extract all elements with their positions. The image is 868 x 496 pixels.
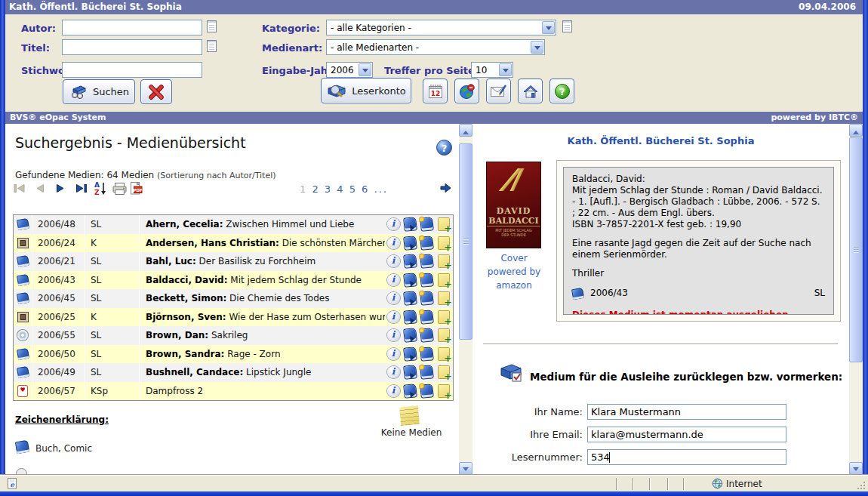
- info-icon[interactable]: [387, 255, 400, 267]
- reserve-icon[interactable]: [404, 366, 417, 379]
- eingabe-jahr-select[interactable]: 2006: [326, 62, 373, 78]
- leserkonto-button[interactable]: Leserkonto: [321, 78, 411, 103]
- help-circle-icon[interactable]: ?: [436, 139, 453, 156]
- chevron-down-icon[interactable]: [531, 41, 543, 54]
- treffer-select[interactable]: 10: [471, 62, 513, 78]
- info-icon[interactable]: [387, 311, 400, 323]
- add-note-icon[interactable]: [439, 311, 449, 323]
- medienart-select[interactable]: - alle Medienarten -: [326, 39, 545, 55]
- reserve-icon[interactable]: [404, 347, 417, 360]
- page-link-5[interactable]: 5: [349, 183, 357, 195]
- bookmark-icon[interactable]: [420, 273, 433, 286]
- autor-index-icon[interactable]: [207, 20, 217, 32]
- first-page-icon[interactable]: [13, 183, 26, 194]
- titel-input[interactable]: [62, 39, 202, 55]
- reserve-icon[interactable]: [404, 292, 417, 305]
- table-row[interactable]: 2006/50 SL Brown, Sandra: Rage - Zorn: [14, 345, 453, 364]
- reserve-icon[interactable]: [404, 310, 417, 323]
- scrollbar-thumb[interactable]: [849, 137, 863, 362]
- bookmark-icon[interactable]: [420, 255, 433, 268]
- kategorie-index-icon[interactable]: [562, 20, 572, 32]
- scroll-up-icon[interactable]: [849, 124, 863, 137]
- next-results-arrow-icon[interactable]: [439, 182, 452, 194]
- media-title[interactable]: Brown, Sandra: Rage - Zorn: [140, 349, 385, 359]
- reserve-icon[interactable]: [404, 273, 417, 286]
- name-input[interactable]: [587, 404, 786, 420]
- scrollbar-thumb[interactable]: [459, 143, 472, 340]
- add-note-icon[interactable]: [439, 218, 449, 230]
- table-row[interactable]: 2006/49 SL Bushnell, Candace: Lipstick J…: [14, 363, 453, 382]
- info-icon[interactable]: [387, 329, 400, 341]
- media-title[interactable]: Dampfross 2: [140, 386, 385, 396]
- scroll-down-icon[interactable]: [459, 462, 472, 475]
- add-note-icon[interactable]: [439, 237, 449, 249]
- page-link-3[interactable]: 3: [325, 183, 332, 195]
- calendar-button[interactable]: 12: [423, 79, 448, 103]
- right-scrollbar[interactable]: [849, 124, 863, 475]
- reserve-icon[interactable]: [404, 236, 417, 249]
- bookmark-icon[interactable]: [420, 292, 433, 305]
- home-button[interactable]: [518, 79, 543, 103]
- bookmark-icon[interactable]: [420, 366, 433, 379]
- table-row[interactable]: 2006/57 KSp Dampfross 2: [14, 382, 453, 401]
- media-title[interactable]: Brown, Dan: Sakrileg: [140, 330, 385, 340]
- reserve-icon[interactable]: [404, 218, 417, 231]
- email-input[interactable]: [587, 427, 786, 442]
- autor-input[interactable]: [62, 20, 202, 35]
- table-row[interactable]: 2006/24 K Andersen, Hans Christian: Die …: [14, 234, 453, 253]
- chevron-down-icon[interactable]: [499, 63, 512, 76]
- info-icon[interactable]: [387, 237, 400, 249]
- table-row[interactable]: 2006/21 SL Bahl, Luc: Der Basilisk zu Fo…: [14, 252, 453, 271]
- bookmark-icon[interactable]: [420, 329, 433, 342]
- media-title[interactable]: Björnson, Sven: Wie der Hase zum Osterha…: [140, 312, 385, 322]
- last-page-icon[interactable]: [75, 183, 88, 194]
- reserve-icon[interactable]: [404, 329, 417, 342]
- chevron-down-icon[interactable]: [359, 63, 371, 76]
- reserve-icon[interactable]: [404, 255, 417, 268]
- help-button[interactable]: ?: [549, 79, 574, 103]
- table-row[interactable]: 2006/55 SL Brown, Dan: Sakrileg: [14, 326, 453, 345]
- info-icon[interactable]: [387, 218, 400, 230]
- chevron-down-icon[interactable]: [542, 21, 555, 34]
- clear-button[interactable]: [140, 79, 172, 104]
- reserve-icon[interactable]: [404, 384, 417, 397]
- stichwort-input[interactable]: [62, 62, 202, 78]
- bookmark-icon[interactable]: [420, 236, 433, 249]
- add-note-icon[interactable]: [439, 366, 449, 378]
- internet-button[interactable]: [454, 79, 479, 103]
- table-row[interactable]: 2006/48 SL Ahern, Cecelia: Zwischen Himm…: [14, 215, 453, 234]
- info-icon[interactable]: [387, 385, 400, 397]
- media-title[interactable]: Bahl, Luc: Der Basilisk zu Forchheim: [140, 256, 385, 266]
- bookmark-icon[interactable]: [420, 347, 433, 360]
- bookmark-icon[interactable]: [420, 310, 433, 323]
- page-link-2[interactable]: 2: [312, 183, 319, 195]
- pdf-icon[interactable]: PDF: [130, 181, 143, 196]
- info-icon[interactable]: [387, 292, 400, 304]
- bookmark-icon[interactable]: [420, 218, 433, 231]
- bookmark-icon[interactable]: [420, 384, 433, 397]
- add-note-icon[interactable]: [439, 348, 449, 360]
- add-note-icon[interactable]: [439, 274, 449, 286]
- titel-index-icon[interactable]: [207, 40, 217, 52]
- lesernummer-input[interactable]: [587, 449, 786, 465]
- suchen-button[interactable]: Suchen: [63, 79, 135, 104]
- print-icon[interactable]: [112, 182, 128, 196]
- kategorie-select[interactable]: - alle Kategorien -: [326, 20, 556, 35]
- sort-az-icon[interactable]: A Z: [94, 180, 107, 196]
- info-icon[interactable]: [387, 348, 400, 360]
- media-title[interactable]: Beckett, Simon: Die Chemie des Todes: [140, 293, 385, 303]
- scroll-up-icon[interactable]: [459, 124, 472, 137]
- info-icon[interactable]: [387, 366, 400, 378]
- page-link-4[interactable]: 4: [337, 183, 344, 195]
- next-page-icon[interactable]: [55, 183, 66, 194]
- add-note-icon[interactable]: [439, 329, 449, 341]
- add-note-icon[interactable]: [439, 385, 449, 397]
- mail-button[interactable]: [486, 79, 511, 103]
- info-icon[interactable]: [387, 274, 400, 286]
- page-link-6[interactable]: 6: [362, 183, 369, 195]
- table-row[interactable]: 2006/45 SL Beckett, Simon: Die Chemie de…: [14, 289, 453, 308]
- add-note-icon[interactable]: [439, 255, 449, 267]
- table-row[interactable]: 2006/25 K Björnson, Sven: Wie der Hase z…: [14, 308, 453, 327]
- media-title[interactable]: Bushnell, Candace: Lipstick Jungle: [140, 367, 385, 377]
- media-title[interactable]: Baldacci, David: Mit jedem Schlag der St…: [140, 275, 385, 285]
